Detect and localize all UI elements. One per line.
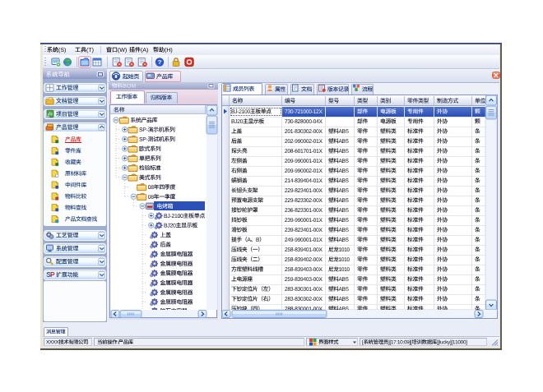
svg-text:P: P xyxy=(50,270,55,279)
svg-text:?: ? xyxy=(158,58,162,66)
